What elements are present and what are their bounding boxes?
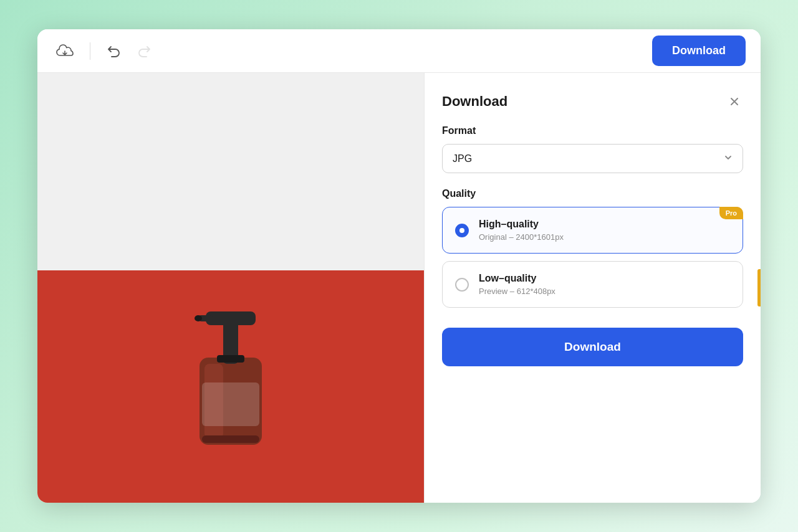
quality-low-text: Low–quality Preview – 612*408px — [479, 273, 555, 296]
close-icon — [728, 95, 741, 108]
download-panel: Download Format JPG PNG SVG WEBP — [424, 73, 761, 503]
quality-high-name: High–quality — [479, 219, 564, 230]
toolbar-divider — [90, 42, 90, 60]
quality-low-name: Low–quality — [479, 273, 555, 284]
redo-icon — [138, 44, 151, 58]
quality-low-desc: Preview – 612*408px — [479, 287, 555, 296]
quality-option-low[interactable]: Low–quality Preview – 612*408px — [442, 261, 743, 308]
canvas-top-bg — [37, 73, 424, 270]
panel-edge-accent — [757, 269, 761, 306]
toolbar: Download — [37, 29, 761, 73]
quality-label: Quality — [442, 188, 743, 199]
main-content: Download Format JPG PNG SVG WEBP — [37, 73, 761, 503]
quality-option-high[interactable]: High–quality Original – 2400*1601px Pro — [442, 207, 743, 254]
radio-low — [455, 278, 469, 292]
redo-button[interactable] — [134, 40, 155, 62]
undo-button[interactable] — [103, 40, 124, 62]
cloud-icon — [56, 44, 74, 58]
svg-rect-7 — [217, 355, 244, 363]
svg-point-6 — [195, 315, 202, 321]
radio-high — [455, 224, 469, 237]
undo-icon — [107, 44, 120, 58]
header-download-button[interactable]: Download — [652, 36, 746, 66]
canvas-bottom-bg — [37, 270, 424, 503]
toolbar-left — [52, 40, 652, 62]
panel-title: Download — [442, 93, 507, 110]
quality-high-desc: Original – 2400*1601px — [479, 232, 564, 242]
close-panel-button[interactable] — [726, 93, 743, 110]
bottle-illustration — [175, 283, 287, 451]
bottle-container — [168, 283, 293, 457]
canvas-area — [37, 73, 424, 503]
pro-badge: Pro — [719, 207, 743, 219]
format-section: Format JPG PNG SVG WEBP — [442, 125, 743, 173]
panel-header: Download — [442, 93, 743, 110]
svg-rect-8 — [202, 435, 259, 443]
format-select[interactable]: JPG PNG SVG WEBP — [442, 144, 743, 173]
toolbar-right: Download — [652, 36, 746, 66]
quality-section: Quality High–quality Original – 2400*160… — [442, 188, 743, 308]
cloud-save-button[interactable] — [52, 40, 77, 62]
quality-high-text: High–quality Original – 2400*1601px — [479, 219, 564, 242]
svg-rect-2 — [202, 382, 259, 426]
app-window: Download — [37, 29, 761, 503]
format-label: Format — [442, 125, 743, 136]
radio-inner-high — [459, 228, 464, 233]
panel-download-button[interactable]: Download — [442, 328, 743, 366]
format-select-wrap: JPG PNG SVG WEBP — [442, 144, 743, 173]
